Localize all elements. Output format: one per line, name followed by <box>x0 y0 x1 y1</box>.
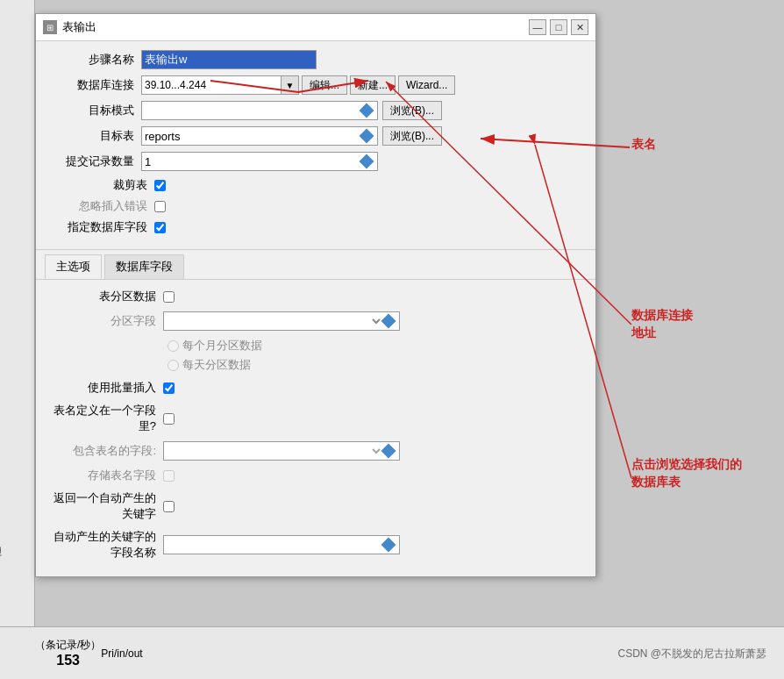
left-panel-label1: ut <box>0 265 2 274</box>
tabs-header: 主选项 数据库字段 <box>36 250 595 280</box>
return-auto-key-checkbox[interactable] <box>163 501 175 512</box>
left-panel-label2: 性 <box>0 547 4 557</box>
stat-value: 153 <box>56 653 80 668</box>
target-mode-label: 目标模式 <box>49 103 141 118</box>
partition-data-row: 表分区数据 <box>49 289 582 304</box>
db-connection-row: 数据库连接 ▼ 编辑... 新建... Wizard... <box>49 75 582 95</box>
form-area: 步骤名称 数据库连接 ▼ 编辑... 新建... Wizard... 目标模式 … <box>36 41 595 249</box>
radio-group: 每个月分区数据 每天分区数据 <box>163 338 262 373</box>
auto-key-field-label: 自动产生的关键字的字段名称 <box>49 529 163 561</box>
field-contains-table-select[interactable] <box>164 442 383 460</box>
pri-label: Pri/in/out <box>101 647 142 660</box>
specify-fields-label: 指定数据库字段 <box>62 219 154 235</box>
field-contains-table-select-wrap <box>163 441 400 461</box>
store-table-name-checkbox[interactable] <box>163 470 175 482</box>
field-contains-table-label: 包含表名的字段: <box>49 443 163 459</box>
commit-diamond-icon <box>360 154 374 169</box>
target-table-diamond-icon <box>360 129 374 144</box>
truncate-label: 裁剪表 <box>62 177 154 193</box>
target-table-input-wrap: 浏览(B)... <box>141 126 442 146</box>
radio-row: 每个月分区数据 每天分区数据 <box>49 338 582 373</box>
watermark: CSDN @不脱发的尼古拉斯萧瑟 <box>617 647 766 661</box>
daily-radio-item: 每天分区数据 <box>167 357 262 373</box>
auto-key-diamond <box>381 538 396 553</box>
monthly-radio[interactable] <box>167 340 179 352</box>
title-bar: ⊞ 表输出 — □ ✕ <box>36 14 595 41</box>
bottom-stat: （条记录/秒） 153 <box>35 638 101 668</box>
partition-data-label: 表分区数据 <box>49 289 163 304</box>
db-combo-arrow[interactable]: ▼ <box>282 75 299 95</box>
auto-key-field-wrap <box>163 535 400 554</box>
wizard-button[interactable]: Wizard... <box>398 75 455 95</box>
commit-input[interactable] <box>142 153 361 170</box>
stat-label: （条记录/秒） <box>35 638 101 653</box>
db-connection-input[interactable] <box>141 75 282 95</box>
title-controls: — □ ✕ <box>529 19 588 35</box>
field-contains-table-row: 包含表名的字段: <box>49 441 582 461</box>
step-name-row: 步骤名称 <box>49 50 582 69</box>
partition-data-checkbox[interactable] <box>163 291 175 303</box>
annotation-click-browse: 点击浏览选择我们的数据库表 <box>631 456 742 490</box>
specify-fields-row: 指定数据库字段 <box>49 219 582 235</box>
dialog-table-output: ⊞ 表输出 — □ ✕ 步骤名称 数据库连接 ▼ 编辑... 新建... Wiz… <box>35 13 596 577</box>
target-table-label: 目标表 <box>49 128 141 144</box>
close-button[interactable]: ✕ <box>571 19 588 35</box>
partition-field-row: 分区字段 <box>49 311 582 331</box>
daily-radio[interactable] <box>167 360 179 371</box>
monthly-radio-label: 每个月分区数据 <box>182 338 262 354</box>
target-mode-input[interactable] <box>142 102 361 119</box>
tab-db-fields[interactable]: 数据库字段 <box>104 254 184 279</box>
truncate-checkbox[interactable] <box>154 180 166 191</box>
tabs-area: 主选项 数据库字段 表分区数据 分区字段 <box>36 249 595 576</box>
new-button[interactable]: 新建... <box>350 75 396 95</box>
partition-field-diamond <box>381 314 396 329</box>
annotation-db-connection: 数据库连接地址 <box>631 307 693 341</box>
window-icon: ⊞ <box>43 20 57 34</box>
title-bar-left: ⊞ 表输出 <box>43 19 96 35</box>
maximize-button[interactable]: □ <box>550 19 567 35</box>
tab-main[interactable]: 主选项 <box>45 254 102 279</box>
partition-field-select-wrap <box>163 311 400 331</box>
target-table-row: 目标表 浏览(B)... <box>49 126 582 146</box>
db-combo: ▼ <box>141 75 299 95</box>
bulk-insert-label: 使用批量插入 <box>49 380 163 396</box>
monthly-radio-item: 每个月分区数据 <box>167 338 262 354</box>
partition-field-select[interactable] <box>164 312 383 330</box>
partition-field-label: 分区字段 <box>49 313 163 329</box>
table-name-in-field-checkbox[interactable] <box>163 413 175 425</box>
ignore-error-row: 忽略插入错误 <box>49 198 582 214</box>
table-name-in-field-label: 表名定义在一个字段里? <box>49 403 163 434</box>
truncate-row: 裁剪表 <box>49 177 582 193</box>
pri-stat: Pri/in/out <box>101 647 142 660</box>
target-mode-row: 目标模式 浏览(B)... <box>49 101 582 120</box>
daily-radio-label: 每天分区数据 <box>182 357 251 373</box>
auto-key-field-row: 自动产生的关键字的字段名称 <box>49 529 582 561</box>
commit-input-wrap <box>141 152 378 171</box>
bulk-insert-checkbox[interactable] <box>163 382 175 394</box>
step-name-input[interactable] <box>141 50 317 69</box>
left-panel: ut 性 <box>0 0 35 679</box>
db-connection-label: 数据库连接 <box>49 77 141 93</box>
commit-row: 提交记录数量 <box>49 152 582 171</box>
auto-key-field-input[interactable] <box>164 536 383 554</box>
step-name-label: 步骤名称 <box>49 52 141 68</box>
table-name-in-field-row: 表名定义在一个字段里? <box>49 403 582 434</box>
bulk-insert-row: 使用批量插入 <box>49 380 582 396</box>
ignore-error-label: 忽略插入错误 <box>62 198 154 214</box>
target-table-input[interactable] <box>142 127 361 145</box>
browse-target-mode-button[interactable]: 浏览(B)... <box>382 101 442 120</box>
target-table-field <box>141 126 378 146</box>
target-mode-input-wrap: 浏览(B)... <box>141 101 442 120</box>
store-table-name-label: 存储表名字段 <box>49 468 163 483</box>
browse-table-button[interactable]: 浏览(B)... <box>382 126 442 146</box>
window-title: 表输出 <box>62 19 96 35</box>
minimize-button[interactable]: — <box>529 19 546 35</box>
target-mode-field <box>141 101 378 120</box>
annotation-table-name: 表名 <box>631 136 656 154</box>
return-auto-key-label: 返回一个自动产生的关键字 <box>49 490 163 522</box>
ignore-error-checkbox[interactable] <box>154 201 166 212</box>
edit-button[interactable]: 编辑... <box>302 75 347 95</box>
target-mode-diamond-icon <box>360 104 374 118</box>
store-table-name-row: 存储表名字段 <box>49 468 582 483</box>
specify-fields-checkbox[interactable] <box>154 222 166 233</box>
